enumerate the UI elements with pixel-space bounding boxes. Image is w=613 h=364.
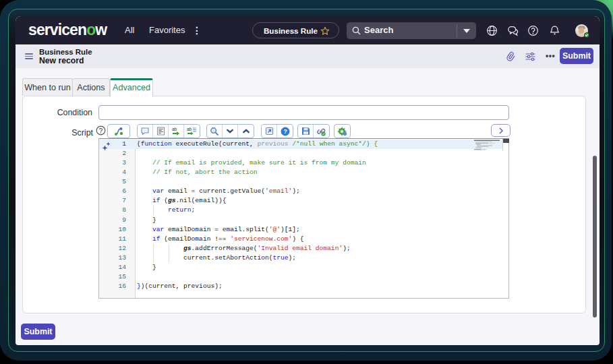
svg-text:ab: ab <box>187 127 192 131</box>
svg-text:ab: ab <box>172 127 177 131</box>
svg-text:?: ? <box>283 128 287 135</box>
